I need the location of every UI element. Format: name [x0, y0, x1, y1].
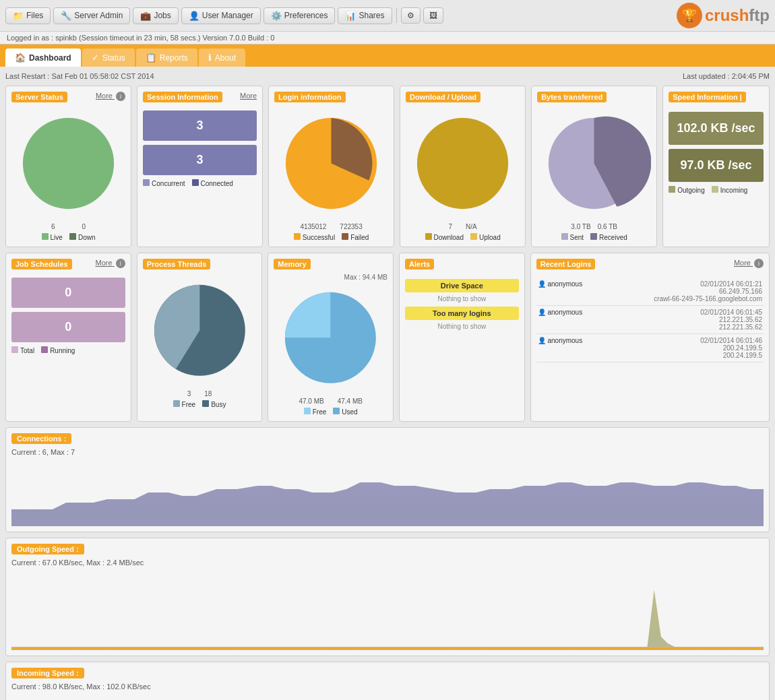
jobs-icon: 💼 [140, 11, 151, 21]
session-legend: Concurrent Connected [143, 179, 257, 187]
upload-count: N/A [466, 223, 477, 230]
sent-dot [561, 233, 568, 240]
speed-legend: Outgoing Incoming [669, 186, 764, 194]
thread-numbers: 3 18 [187, 390, 212, 397]
main-content: Last Restart : Sat Feb 01 05:58:02 CST 2… [0, 67, 775, 700]
failed-count: 722353 [340, 223, 362, 230]
status-bar: Logged in as : spinkb (Session timeout i… [0, 32, 775, 44]
more-info-icon: i [116, 92, 125, 101]
outgoing-speed-box: 102.0 KB /sec [669, 112, 764, 145]
server-status-more[interactable]: More i [96, 92, 125, 101]
dl-ul-numbers: 7 N/A [448, 223, 476, 230]
timestamp-row: Last Restart : Sat Feb 01 05:58:02 CST 2… [5, 72, 770, 80]
dl-ul-legend: Download Upload [425, 233, 501, 241]
incoming-subtitle: Current : 98.0 KB/sec, Max : 102.0 KB/se… [11, 682, 764, 691]
memory-max: Max : 94.4 MB [274, 274, 388, 281]
nav-extra2[interactable]: 🖼 [423, 7, 443, 24]
connections-chart-area [11, 459, 764, 526]
tab-about[interactable]: ℹ About [199, 49, 245, 67]
recent-logins-card: Recent Logins More i 👤 anonymous 02/01/2… [530, 253, 770, 422]
live-count: 6 [51, 223, 55, 230]
top-cards-row: Server Status More i 6 0 Live Down [5, 86, 770, 247]
failed-dot [342, 233, 348, 240]
outgoing-subtitle: Current : 67.0 KB/sec, Max : 2.4 MB/sec [11, 559, 764, 567]
session-info-card: Session Information More 3 3 Concurrent … [137, 86, 263, 247]
logo-icon: 🏆 [677, 3, 702, 28]
total-dot [11, 346, 18, 353]
user-manager-icon: 👤 [189, 11, 199, 21]
svg-marker-0 [11, 482, 764, 526]
recent-more-icon: i [754, 259, 764, 268]
alert-logins-nothing: Nothing to show [405, 323, 519, 330]
recent-logins-more[interactable]: More i [734, 259, 764, 268]
free-mem: 47.0 MB [299, 397, 323, 405]
session-info-title: Session Information [143, 92, 222, 102]
memory-pie: 47.0 MB 47.4 MB Free Used [274, 281, 388, 416]
session-more[interactable]: More [240, 92, 257, 100]
concurrent-dot [143, 179, 150, 186]
nav-files[interactable]: 📁 Files [5, 7, 51, 24]
tab-reports[interactable]: 📋 Reports [136, 49, 197, 67]
status-text: Logged in as : spinkb (Session timeout i… [7, 34, 274, 42]
connections-svg [11, 459, 764, 526]
recent-logins-title: Recent Logins [536, 259, 596, 269]
about-tab-icon: ℹ [208, 53, 212, 63]
alerts-title: Alerts [405, 259, 434, 269]
live-legend-dot [42, 233, 49, 240]
tab-dashboard[interactable]: 🏠 Dashboard [5, 49, 81, 67]
outgoing-chart-area [11, 569, 764, 650]
connected-bar: 3 [143, 145, 257, 175]
total-job-bar: 0 [11, 278, 125, 308]
nav-shares[interactable]: 📊 Shares [338, 7, 392, 24]
tab-bar: 🏠 Dashboard ✓ Status 📋 Reports ℹ About [0, 44, 775, 67]
alert-drive-nothing: Nothing to show [405, 295, 519, 303]
received-dot [590, 233, 597, 240]
job-schedules-card: Job Schedules More i 0 0 Total Running [5, 253, 131, 422]
speed-info-title: Speed Information | [669, 92, 746, 102]
tab-dashboard-label: Dashboard [29, 53, 71, 63]
server-status-legend: Live Down [42, 233, 96, 241]
speed-boxes: 102.0 KB /sec 97.0 KB /sec [669, 112, 764, 182]
server-status-pie: 6 0 Live Down [11, 106, 125, 241]
job-schedules-title: Job Schedules [11, 259, 72, 269]
connected-dot [192, 179, 199, 186]
running-dot [41, 346, 48, 353]
files-icon: 📁 [13, 11, 24, 21]
incoming-speed-box: 97.0 KB /sec [669, 149, 764, 182]
job-more-icon: i [116, 259, 125, 268]
connections-subtitle: Current : 6, Max : 7 [11, 448, 764, 456]
download-dot [425, 233, 432, 240]
login-legend: Successful Failed [294, 233, 369, 241]
nav-server-admin[interactable]: 🔧 Server Admin [53, 7, 130, 24]
nav-user-manager[interactable]: 👤 User Manager [181, 7, 261, 24]
tab-status[interactable]: ✓ Status [82, 49, 135, 67]
download-upload-title: Download / Upload [406, 92, 480, 102]
job-more[interactable]: More i [96, 259, 125, 268]
outgoing-svg [11, 569, 764, 650]
top-navigation: 📁 Files 🔧 Server Admin 💼 Jobs 👤 User Man… [0, 0, 775, 32]
free-mem-slice [285, 292, 330, 338]
received-count: 0.6 TB [598, 223, 617, 230]
alert-too-many-logins: Too many logins [405, 307, 519, 320]
down-count: 0 [82, 223, 86, 230]
nav-separator [396, 8, 397, 23]
bytes-transferred-title: Bytes transferred [537, 92, 607, 102]
successful-count: 4135012 [300, 223, 326, 230]
nav-preferences[interactable]: ⚙️ Preferences [264, 7, 336, 24]
job-bars: 0 0 [11, 278, 125, 342]
login-user-2: anonymous [547, 309, 582, 316]
connections-section: Connections : Current : 6, Max : 7 [5, 427, 770, 532]
nav-extra1[interactable]: ⚙ [401, 7, 421, 24]
login-info-title: Login information [274, 92, 345, 102]
tab-reports-label: Reports [160, 53, 188, 63]
outgoing-dot [669, 186, 675, 193]
connections-chart-title: Connections : [11, 433, 71, 444]
incoming-speed-section: Incoming Speed : Current : 98.0 KB/sec, … [5, 662, 770, 700]
outgoing-speed-section: Outgoing Speed : Current : 67.0 KB/sec, … [5, 538, 770, 656]
status-tab-icon: ✓ [92, 53, 99, 63]
speed-info-card: Speed Information | 102.0 KB /sec 97.0 K… [662, 86, 770, 247]
successful-dot [294, 233, 301, 240]
running-job-bar: 0 [11, 312, 125, 342]
nav-jobs[interactable]: 💼 Jobs [133, 7, 178, 24]
logo-text: crushftp [705, 6, 770, 25]
